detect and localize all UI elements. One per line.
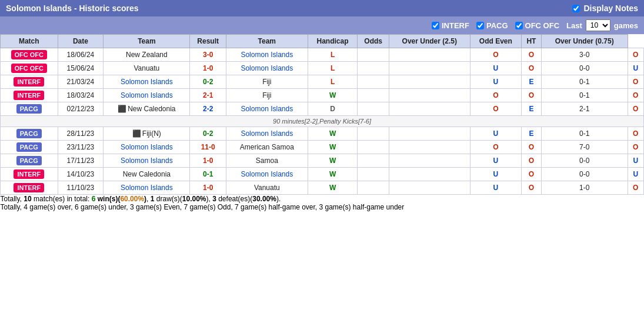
wdl-cell: W	[308, 154, 358, 168]
result-cell: 0-2	[190, 75, 226, 89]
col-over-under-075: Over Under (0.75)	[541, 35, 628, 48]
result-cell: 3-0	[190, 48, 226, 62]
ht-over-under-cell: U	[628, 168, 643, 181]
table-row: OFC OFC 18/06/24 New Zealand 3-0 Solomon…	[1, 48, 644, 62]
over-under-cell: O	[470, 48, 522, 62]
over-under-cell: U	[470, 154, 522, 168]
wdl-cell: W	[308, 127, 358, 141]
ht-over-under-cell: O	[628, 181, 643, 195]
team2-cell: Fiji	[226, 89, 308, 102]
odds-cell	[389, 75, 470, 89]
ht-cell: 0-0	[541, 168, 628, 181]
team2-cell: Solomon Islands	[226, 48, 308, 62]
date-cell: 14/10/23	[58, 168, 104, 181]
ofc-checkbox[interactable]	[515, 22, 523, 29]
wdl-cell: W	[308, 141, 358, 154]
table-row: INTERF 11/10/23 Solomon Islands 1-0 Vanu…	[1, 181, 644, 195]
team1-cell: Vanuatu	[104, 62, 190, 75]
ht-over-under-cell: O	[628, 75, 643, 89]
note-text: 90 minutes[2-2],Penalty Kicks[7-6]	[1, 116, 644, 127]
filter-bar: INTERF PACG OFC OFC Last 10 5 15 20 25 g…	[0, 16, 644, 34]
col-odds: Odds	[358, 35, 389, 48]
odd-even-cell: O	[522, 154, 542, 168]
display-notes-checkbox[interactable]	[572, 5, 580, 12]
date-cell: 18/03/24	[58, 89, 104, 102]
date-cell: 28/11/23	[58, 127, 104, 141]
odds-cell	[389, 154, 470, 168]
match-badge: OFC OFC	[11, 50, 48, 59]
handicap-cell	[358, 181, 389, 195]
handicap-cell	[358, 48, 389, 62]
pacg-checkbox[interactable]	[476, 22, 484, 29]
team2-cell: Solomon Islands	[226, 62, 308, 75]
match-badge-cell: PACG	[1, 154, 58, 168]
result-cell: 1-0	[190, 181, 226, 195]
match-badge-cell: OFC OFC	[1, 48, 58, 62]
odd-even-cell: E	[522, 127, 542, 141]
result-cell: 0-1	[190, 168, 226, 181]
wdl-cell: W	[308, 89, 358, 102]
table-row: OFC OFC 15/06/24 Vanuatu 1-0 Solomon Isl…	[1, 62, 644, 75]
games-select[interactable]: 10 5 15 20 25	[586, 19, 610, 31]
handicap-cell	[358, 168, 389, 181]
header: Solomon Islands - Historic scores Displa…	[0, 0, 644, 34]
result-cell: 2-2	[190, 102, 226, 116]
match-badge-cell: PACG	[1, 102, 58, 116]
date-cell: 17/11/23	[58, 154, 104, 168]
ht-over-under-cell: U	[628, 62, 643, 75]
match-badge: PACG	[16, 156, 42, 165]
date-cell: 11/10/23	[58, 181, 104, 195]
ht-cell: 2-1	[541, 102, 628, 116]
col-result: Result	[190, 35, 226, 48]
match-badge-cell: INTERF	[1, 168, 58, 181]
team1-cell: Solomon Islands	[104, 154, 190, 168]
date-cell: 21/03/24	[58, 75, 104, 89]
team2-cell: American Samoa	[226, 141, 308, 154]
match-badge-cell: INTERF	[1, 181, 58, 195]
team1-cell: New Zealand	[104, 48, 190, 62]
result-cell: 11-0	[190, 141, 226, 154]
ht-over-under-cell: O	[628, 89, 643, 102]
odds-cell	[389, 102, 470, 116]
ht-cell: 0-0	[541, 62, 628, 75]
result-cell: 1-0	[190, 62, 226, 75]
display-notes-label: Display Notes	[583, 4, 638, 13]
ofc-label: OFC OFC	[525, 21, 560, 30]
scores-table: Match Date Team Result Team Handicap Odd…	[0, 34, 644, 211]
match-badge: PACG	[16, 104, 42, 114]
col-odd-even: Odd Even	[470, 35, 522, 48]
col-team1: Team	[104, 35, 190, 48]
wdl-cell: W	[308, 181, 358, 195]
odd-even-cell: O	[522, 141, 542, 154]
table-row: INTERF 14/10/23 New Caledonia 0-1 Solomo…	[1, 168, 644, 181]
ht-cell: 0-1	[541, 75, 628, 89]
match-badge: INTERF	[14, 183, 44, 192]
last-label: Last	[566, 21, 582, 30]
odds-cell	[389, 48, 470, 62]
odds-cell	[389, 62, 470, 75]
ht-over-under-cell: O	[628, 141, 643, 154]
ht-cell: 1-0	[541, 181, 628, 195]
summary-row-2: Totally, 4 game(s) over, 6 game(s) under…	[1, 203, 644, 211]
date-cell: 23/11/23	[58, 141, 104, 154]
col-handicap: Handicap	[308, 35, 358, 48]
date-cell: 18/06/24	[58, 48, 104, 62]
over-under-cell: O	[470, 102, 522, 116]
odd-even-cell: O	[522, 62, 542, 75]
odd-even-cell: E	[522, 75, 542, 89]
wdl-cell: D	[308, 102, 358, 116]
odds-cell	[389, 141, 470, 154]
table-row: PACG 28/11/23 ⬛Fiji(N) 0-2 Solomon Islan…	[1, 127, 644, 141]
team2-cell: Solomon Islands	[226, 168, 308, 181]
ht-over-under-cell: U	[628, 154, 643, 168]
handicap-cell	[358, 141, 389, 154]
interf-checkbox[interactable]	[432, 22, 439, 29]
table-row: PACG 23/11/23 Solomon Islands 11-0 Ameri…	[1, 141, 644, 154]
table-row: PACG 02/12/23 ⬛New Caledonia 2-2 Solomon…	[1, 102, 644, 116]
col-team2: Team	[226, 35, 308, 48]
team2-cell: Fiji	[226, 75, 308, 89]
match-badge-cell: INTERF	[1, 89, 58, 102]
odd-even-cell: O	[522, 48, 542, 62]
handicap-cell	[358, 154, 389, 168]
wdl-cell: L	[308, 48, 358, 62]
